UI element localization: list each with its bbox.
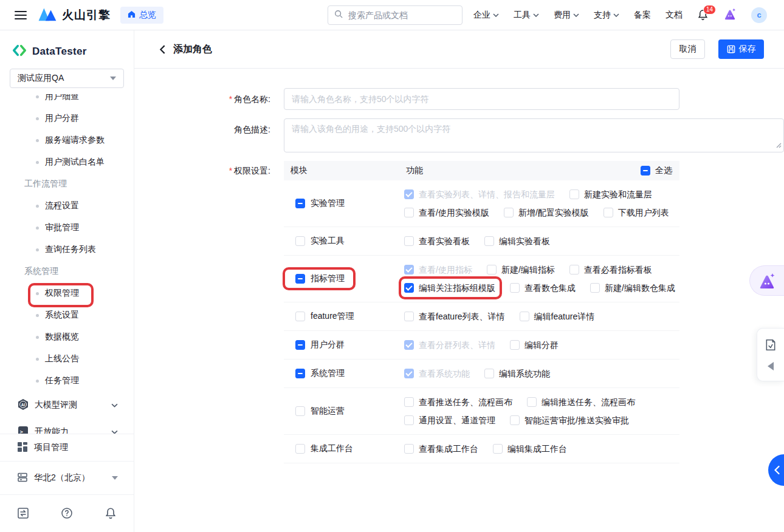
function-option[interactable]: 编辑推送任务、流程画布 (527, 397, 635, 408)
function-option[interactable]: 新建实验和流量层 (569, 189, 652, 200)
unchecked-checkbox[interactable] (484, 236, 494, 246)
function-option[interactable]: 下载用户列表 (603, 207, 669, 218)
function-option[interactable]: 编辑关注指标组模版 (404, 282, 495, 293)
module-cell[interactable]: 指标管理 (284, 273, 404, 284)
function-option[interactable]: 智能运营审批/推送实验审批 (510, 415, 629, 426)
unchecked-checkbox[interactable] (510, 283, 520, 293)
unchecked-checkbox[interactable] (493, 444, 503, 454)
unchecked-checkbox[interactable] (404, 444, 414, 454)
module-cell[interactable]: 智能运营 (284, 406, 404, 417)
function-option[interactable]: 编辑实验看板 (484, 236, 550, 247)
unchecked-checkbox[interactable] (404, 236, 414, 246)
nav-docs[interactable]: 文档 (665, 10, 683, 21)
nav-tools[interactable]: 工具 (514, 10, 539, 21)
unchecked-checkbox[interactable] (527, 397, 537, 407)
function-option[interactable]: 新建/编辑数仓集成 (590, 282, 675, 293)
function-option[interactable]: 查看推送任务、流程画布 (404, 397, 512, 408)
function-option[interactable]: 查看实验列表、详情、报告和流量层 (404, 189, 555, 200)
unchecked-checkbox[interactable] (295, 444, 305, 454)
module-cell[interactable]: 实验管理 (284, 198, 404, 209)
sidebar-group-1[interactable]: >_开放能力 (0, 418, 134, 434)
document-icon[interactable] (765, 339, 776, 351)
app-selector[interactable]: 测试应用QA (10, 69, 124, 88)
function-option[interactable]: 查看/使用实验模版 (404, 207, 489, 218)
sidebar-item[interactable]: 服务端请求参数 (0, 129, 134, 151)
function-option[interactable]: 查看/使用指标 (404, 264, 472, 275)
notification-button[interactable]: 14 (697, 9, 709, 21)
unchecked-checkbox[interactable] (295, 312, 305, 321)
nav-billing[interactable]: 费用 (554, 10, 579, 21)
region-selector[interactable]: 华北2（北京） (0, 462, 134, 495)
sidebar-item[interactable]: 查询任务列表 (0, 239, 134, 261)
sidebar-item[interactable]: 用户细查 (0, 94, 134, 107)
indeterminate-checkbox[interactable] (295, 274, 305, 284)
function-option[interactable]: 查看数仓集成 (510, 282, 576, 293)
sidebar-item[interactable]: 上线公告 (0, 348, 134, 370)
nav-filing[interactable]: 备案 (634, 10, 651, 21)
collapse-left-icon[interactable] (768, 362, 774, 370)
function-option[interactable]: 编辑feature详情 (520, 311, 595, 322)
sidebar-item[interactable]: 用户测试白名单 (0, 151, 134, 173)
sidebar-item[interactable]: 数据概览 (0, 326, 134, 348)
search-input[interactable] (347, 10, 456, 21)
module-cell[interactable]: feature管理 (284, 311, 404, 322)
function-option[interactable]: 新建/编辑指标 (487, 264, 555, 275)
module-cell[interactable]: 系统管理 (284, 368, 404, 379)
sidebar-item[interactable]: 流程设置 (0, 195, 134, 217)
unchecked-checkbox[interactable] (510, 415, 520, 425)
unchecked-checkbox[interactable] (504, 208, 514, 217)
switch-icon[interactable] (17, 507, 29, 519)
unchecked-checkbox[interactable] (569, 189, 579, 199)
unchecked-checkbox[interactable] (404, 415, 414, 425)
hamburger-menu-icon[interactable] (15, 11, 27, 19)
ai-assistant-fab[interactable] (749, 265, 784, 296)
function-option[interactable]: 查看系统功能 (404, 368, 470, 379)
back-button[interactable] (159, 44, 166, 55)
unchecked-checkbox[interactable] (404, 312, 414, 321)
function-option[interactable]: 查看必看指标看板 (569, 264, 652, 275)
unchecked-checkbox[interactable] (484, 369, 494, 378)
indeterminate-checkbox[interactable] (295, 199, 305, 208)
module-cell[interactable]: 用户分群 (284, 339, 404, 350)
help-icon[interactable] (61, 507, 73, 519)
select-all-checkbox[interactable] (641, 166, 650, 176)
unchecked-checkbox[interactable] (520, 312, 529, 321)
function-option[interactable]: 查看集成工作台 (404, 443, 478, 454)
unchecked-checkbox[interactable] (603, 208, 613, 217)
indeterminate-checkbox[interactable] (295, 340, 305, 350)
user-avatar[interactable]: c (751, 7, 767, 23)
sidebar-item[interactable]: 权限管理 (0, 282, 134, 304)
cancel-button[interactable]: 取消 (670, 39, 705, 59)
resize-handle-icon[interactable] (776, 140, 782, 150)
sidebar-item[interactable]: 用户分群 (0, 107, 134, 129)
save-button[interactable]: 保存 (718, 39, 764, 59)
sidebar-item[interactable]: 系统设置 (0, 304, 134, 326)
unchecked-checkbox[interactable] (590, 283, 600, 293)
unchecked-checkbox[interactable] (404, 397, 414, 407)
role-desc-textarea[interactable] (284, 118, 784, 152)
function-option[interactable]: 编辑集成工作台 (493, 443, 567, 454)
unchecked-checkbox[interactable] (295, 236, 305, 246)
nav-enterprise[interactable]: 企业 (473, 10, 499, 21)
unchecked-checkbox[interactable] (487, 265, 497, 275)
sidebar-item-project-management[interactable]: 项目管理 (0, 434, 134, 462)
nav-support[interactable]: 支持 (594, 10, 619, 21)
sidebar-item[interactable]: 审批管理 (0, 217, 134, 239)
sidebar-group-0[interactable]: AI大模型评测 (0, 392, 134, 418)
module-cell[interactable]: 实验工具 (284, 236, 404, 247)
function-option[interactable]: 编辑分群 (510, 339, 559, 350)
function-option[interactable]: 查看feature列表、详情 (404, 311, 505, 322)
checked-checkbox[interactable] (404, 283, 414, 293)
function-option[interactable]: 查看分群列表、详情 (404, 339, 495, 350)
brand-logo[interactable]: 火山引擎 (38, 6, 111, 24)
select-all-control[interactable]: 全选 (641, 165, 679, 176)
function-option[interactable]: 编辑系统功能 (484, 368, 550, 379)
indeterminate-checkbox[interactable] (295, 369, 305, 378)
ai-assistant-icon[interactable] (723, 8, 737, 22)
module-cell[interactable]: 集成工作台 (284, 443, 404, 454)
unchecked-checkbox[interactable] (569, 265, 579, 275)
sidebar-item[interactable]: 任务管理 (0, 370, 134, 392)
overview-button[interactable]: 总览 (120, 7, 163, 24)
function-option[interactable]: 查看实验看板 (404, 236, 470, 247)
unchecked-checkbox[interactable] (404, 208, 414, 217)
